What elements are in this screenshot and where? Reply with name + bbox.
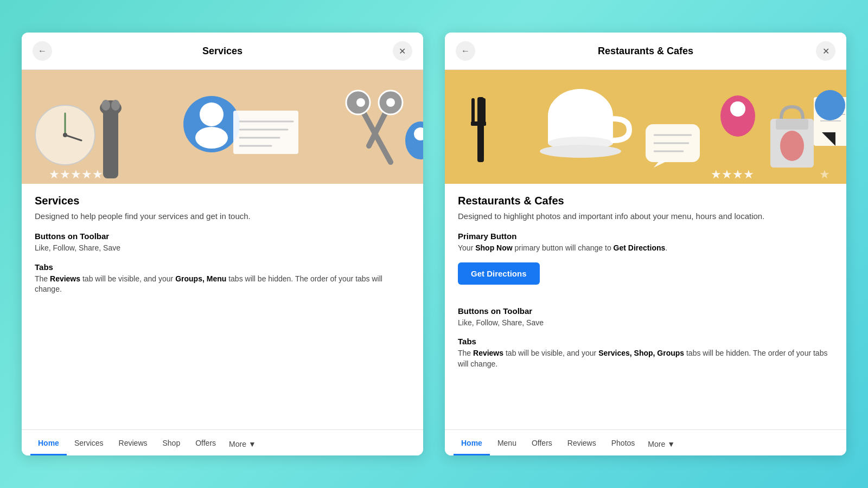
- svg-point-11: [195, 127, 228, 149]
- svg-rect-70: [776, 119, 808, 130]
- tab-more[interactable]: More ▼: [224, 431, 261, 455]
- chevron-down-icon: ▼: [248, 440, 256, 448]
- restaurants-card: ← Restaurants & Cafes ✕: [445, 33, 846, 455]
- tab-services[interactable]: Services: [67, 430, 111, 455]
- svg-text:★★★★: ★★★★: [711, 168, 754, 181]
- svg-point-60: [540, 145, 621, 158]
- tab-shop[interactable]: Shop: [155, 430, 188, 455]
- services-body: Services Designed to help people find yo…: [22, 184, 423, 429]
- restaurants-title: Restaurants & Cafes: [598, 46, 693, 57]
- tab-home[interactable]: Home: [30, 430, 67, 455]
- tab-offers-r[interactable]: Offers: [524, 430, 560, 455]
- services-buttons-desc: Like, Follow, Share, Save: [35, 243, 410, 254]
- services-card: ← Services ✕: [22, 33, 423, 455]
- tab-more-label-r: More: [648, 440, 665, 448]
- svg-point-62: [730, 101, 745, 117]
- svg-point-4: [63, 133, 67, 137]
- svg-point-7: [101, 100, 110, 111]
- services-hero-image: ★★★★★: [22, 70, 423, 184]
- close-button-2[interactable]: ✕: [816, 41, 835, 61]
- services-main-title: Services: [35, 195, 410, 207]
- services-tabs-bar: Home Services Reviews Shop Offers More ▼: [22, 429, 423, 455]
- svg-point-22: [386, 98, 395, 107]
- tab-more-label: More: [229, 440, 246, 448]
- restaurants-hero-image: ★★★★ ★: [445, 70, 846, 184]
- tab-photos-r[interactable]: Photos: [604, 430, 643, 455]
- restaurants-tabs-title: Tabs: [458, 337, 833, 346]
- svg-rect-56: [471, 121, 486, 126]
- restaurants-tabs-desc: The Reviews tab will be visible, and you…: [458, 348, 833, 369]
- tab-home-r[interactable]: Home: [454, 430, 490, 455]
- svg-text:★: ★: [819, 168, 830, 181]
- back-button[interactable]: ←: [33, 41, 52, 61]
- svg-point-79: [815, 90, 845, 120]
- tab-offers[interactable]: Offers: [188, 430, 224, 455]
- svg-rect-12: [233, 111, 298, 154]
- restaurants-body: Restaurants & Cafes Designed to highligh…: [445, 184, 846, 429]
- close-button[interactable]: ✕: [393, 41, 412, 61]
- primary-button-title: Primary Button: [458, 232, 833, 241]
- services-title: Services: [202, 46, 242, 57]
- restaurants-header: ← Restaurants & Cafes ✕: [445, 33, 846, 70]
- services-tabs-desc: The Reviews tab will be visible, and you…: [35, 274, 410, 295]
- svg-point-21: [356, 98, 365, 107]
- services-buttons-title: Buttons on Toolbar: [35, 232, 410, 241]
- svg-point-71: [780, 131, 804, 161]
- tab-menu-r[interactable]: Menu: [490, 430, 524, 455]
- get-directions-wrapper: Get Directions: [458, 262, 833, 296]
- services-main-desc: Designed to help people find your servic…: [35, 210, 410, 222]
- chevron-down-icon-r: ▼: [667, 440, 675, 448]
- restaurants-main-title: Restaurants & Cafes: [458, 195, 833, 207]
- primary-button-desc: Your Shop Now primary button will change…: [458, 243, 833, 254]
- get-directions-button[interactable]: Get Directions: [458, 262, 540, 285]
- tab-reviews-r[interactable]: Reviews: [560, 430, 604, 455]
- svg-text:★★★★★: ★★★★★: [49, 168, 103, 181]
- services-tabs-title: Tabs: [35, 262, 410, 272]
- tab-reviews[interactable]: Reviews: [111, 430, 155, 455]
- back-button-2[interactable]: ←: [456, 41, 475, 61]
- svg-point-8: [111, 100, 120, 111]
- restaurants-tabs-bar: Home Menu Offers Reviews Photos More ▼: [445, 429, 846, 455]
- restaurants-main-desc: Designed to highlight photos and importa…: [458, 210, 833, 222]
- svg-point-10: [200, 102, 224, 126]
- services-header: ← Services ✕: [22, 33, 423, 70]
- tab-more-r[interactable]: More ▼: [642, 431, 680, 455]
- restaurants-buttons-title: Buttons on Toolbar: [458, 306, 833, 316]
- restaurants-buttons-desc: Like, Follow, Share, Save: [458, 318, 833, 329]
